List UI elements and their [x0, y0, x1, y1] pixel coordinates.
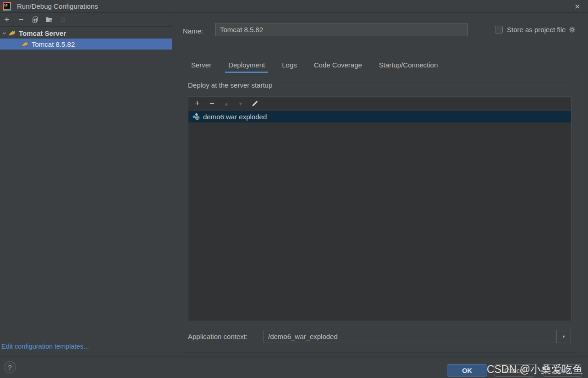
move-up-icon[interactable]: ▲ — [223, 101, 230, 106]
tab-code-coverage[interactable]: Code Coverage — [313, 57, 363, 73]
help-button[interactable]: ? — [4, 361, 16, 373]
tab-startup-connection[interactable]: Startup/Connection — [378, 57, 439, 73]
section-divider — [277, 85, 572, 85]
tomcat-icon — [21, 40, 29, 48]
tomcat-icon — [8, 29, 16, 37]
csdn-watermark: CSDN @小桑爱吃鱼 — [487, 362, 583, 377]
new-folder-icon[interactable] — [45, 16, 53, 23]
copy-configuration-icon[interactable] — [32, 16, 38, 23]
close-icon: × — [575, 1, 580, 12]
tab-deployment[interactable]: Deployment — [227, 57, 266, 73]
add-artifact-icon[interactable]: + — [194, 100, 201, 107]
store-as-project-file-row: Store as project file — [495, 26, 576, 33]
ok-button[interactable]: OK — [447, 364, 487, 377]
deploy-artifacts-list: + − ▲ ▼ demo6:war exploded — [188, 96, 572, 321]
name-label: Name: — [183, 27, 203, 35]
tree-item-label: Tomcat Server — [19, 29, 66, 37]
configuration-editor: Name: Store as project file Server Deplo… — [173, 13, 588, 356]
name-input[interactable] — [215, 23, 468, 36]
intellij-logo-icon: IJ — [3, 2, 11, 11]
deploy-list-toolbar: + − ▲ ▼ — [188, 97, 571, 111]
close-button[interactable]: × — [570, 0, 585, 12]
tab-server[interactable]: Server — [190, 57, 212, 73]
chevron-down-icon[interactable] — [2, 31, 8, 36]
application-context-combobox[interactable]: /demo6_war_exploded ▼ — [264, 330, 571, 343]
application-context-value: /demo6_war_exploded — [264, 330, 556, 343]
artifact-label: demo6:war exploded — [203, 113, 267, 121]
list-item-demo6-war-exploded[interactable]: demo6:war exploded — [188, 111, 571, 122]
deploy-section-title: Deploy at the server startup — [188, 81, 272, 89]
configurations-tree: Tomcat Server Tomcat 8.5.82 — [0, 28, 172, 50]
sort-configurations-icon[interactable]: ↓ az — [60, 16, 65, 23]
tree-item-tomcat-server[interactable]: Tomcat Server — [0, 28, 172, 39]
tab-logs[interactable]: Logs — [281, 57, 298, 73]
gear-icon[interactable] — [569, 26, 576, 33]
artifact-icon — [192, 113, 200, 120]
help-icon: ? — [8, 363, 11, 371]
store-as-project-file-label[interactable]: Store as project file — [507, 26, 566, 33]
dropdown-arrow-icon: ▼ — [562, 334, 566, 339]
dialog-footer: ? OK Cancel Apply CSDN @小桑爱吃鱼 — [0, 356, 588, 378]
add-configuration-icon[interactable]: + — [3, 16, 11, 23]
application-context-label: Application context: — [188, 333, 247, 340]
store-as-project-file-checkbox[interactable] — [495, 26, 503, 33]
combobox-dropdown-button[interactable]: ▼ — [556, 330, 571, 343]
remove-artifact-icon[interactable]: − — [209, 100, 215, 107]
configuration-tabs: Server Deployment Logs Code Coverage Sta… — [190, 57, 439, 73]
deploy-section-header: Deploy at the server startup — [188, 81, 572, 89]
title-bar: IJ Run/Debug Configurations × — [0, 0, 588, 13]
tree-item-label: Tomcat 8.5.82 — [32, 40, 75, 48]
tree-item-tomcat-8-5-82[interactable]: Tomcat 8.5.82 — [0, 39, 172, 50]
move-down-icon[interactable]: ▼ — [237, 101, 244, 106]
window-title: Run/Debug Configurations — [17, 2, 98, 10]
configurations-toolbar: + − ↓ az — [0, 13, 172, 27]
run-debug-configurations-dialog: IJ Run/Debug Configurations × + − ↓ az — [0, 0, 588, 378]
edit-configuration-templates-link[interactable]: Edit configuration templates... — [1, 343, 89, 350]
configurations-sidebar: + − ↓ az Tomcat Server — [0, 13, 172, 356]
edit-artifact-icon[interactable] — [252, 100, 258, 107]
remove-configuration-icon[interactable]: − — [17, 16, 25, 23]
